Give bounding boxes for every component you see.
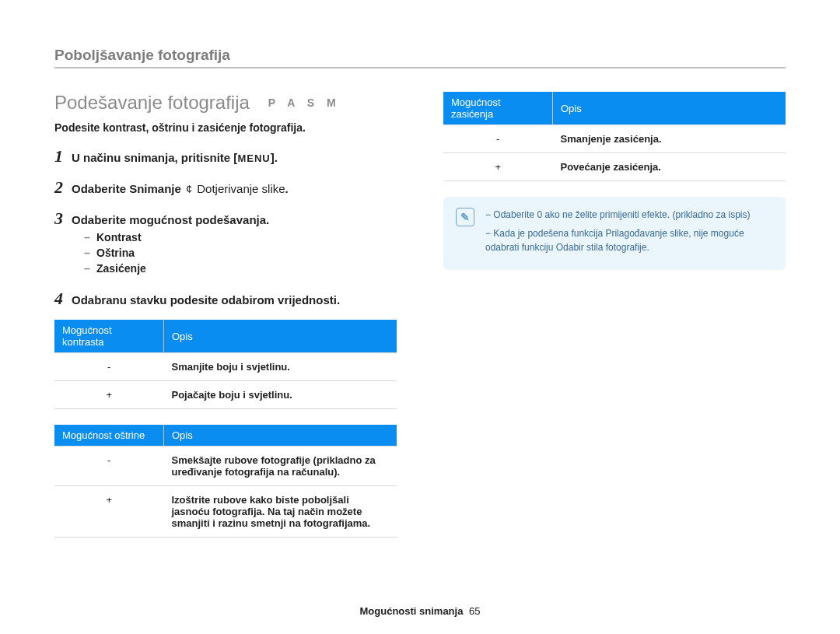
table-head: Opis bbox=[164, 425, 397, 447]
table-row: - Smekšajte rubove fotografije (prikladn… bbox=[54, 447, 397, 486]
option-sign: - bbox=[54, 353, 164, 381]
left-column: Podešavanje fotografija P A S M Podesite… bbox=[54, 92, 397, 553]
table-head: Mogućnost oštrine bbox=[54, 425, 164, 447]
option-desc: Povećanje zasićenja. bbox=[553, 153, 786, 181]
step-2: 2 Odaberite Snimanje¢Dotjerivanje slike. bbox=[54, 177, 397, 198]
info-icon: ✎ bbox=[456, 208, 474, 226]
note-item: Kada je podešena funkcija Prilagođavanje… bbox=[485, 226, 772, 254]
page-number: 65 bbox=[469, 605, 480, 617]
breadcrumb-header: Poboljšavanje fotografija bbox=[54, 47, 786, 68]
step-number: 2 bbox=[54, 177, 72, 198]
table-row: + Povećanje zasićenja. bbox=[443, 153, 786, 181]
step-3: 3 Odaberite mogućnost podešavanja. Kontr… bbox=[54, 208, 397, 278]
step-number: 4 bbox=[54, 289, 72, 309]
table-head: Mogućnost kontrasta bbox=[54, 320, 164, 353]
step-number: 3 bbox=[54, 208, 72, 229]
table-row: + Izoštrite rubove kako biste poboljšali… bbox=[54, 486, 397, 538]
step-text: . bbox=[285, 182, 289, 195]
step-1: 1 U načinu snimanja, pritisnite [MENU]. bbox=[54, 146, 397, 166]
sharpness-table: Mogućnost oštrine Opis - Smekšajte rubov… bbox=[54, 425, 397, 538]
step-text: Odaberite bbox=[72, 182, 129, 195]
option-sign: - bbox=[54, 447, 164, 486]
option-desc: Izoštrite rubove kako biste poboljšali j… bbox=[164, 486, 397, 538]
option-item: Kontrast bbox=[84, 231, 397, 243]
section-title: Podešavanje fotografija bbox=[54, 92, 250, 114]
note-box: ✎ Odaberite 0 ako ne želite primijeniti … bbox=[443, 197, 786, 270]
step-4: 4 Odabranu stavku podesite odabirom vrij… bbox=[54, 289, 397, 309]
step-text: Odaberite mogućnost podešavanja. bbox=[72, 213, 269, 226]
menu-category: Snimanje bbox=[129, 182, 181, 195]
option-item: Oštrina bbox=[84, 247, 397, 259]
step-number: 1 bbox=[54, 146, 72, 166]
menu-item: Dotjerivanje slike bbox=[197, 182, 285, 195]
right-column: Mogućnost zasićenja Opis - Smanjenje zas… bbox=[443, 92, 786, 553]
option-sign: + bbox=[54, 381, 164, 409]
table-head: Opis bbox=[553, 92, 786, 125]
page-footer: Mogućnosti snimanja 65 bbox=[0, 605, 840, 617]
footer-label: Mogućnosti snimanja bbox=[360, 605, 464, 617]
option-desc: Smekšajte rubove fotografije (prikladno … bbox=[164, 447, 397, 486]
option-item: Zasićenje bbox=[84, 262, 397, 275]
step-text: U načinu snimanja, pritisnite [ bbox=[72, 151, 237, 164]
table-row: - Smanjenje zasićenja. bbox=[443, 125, 786, 153]
option-desc: Pojačajte boju i svjetlinu. bbox=[164, 381, 397, 409]
option-desc: Smanjenje zasićenja. bbox=[553, 125, 786, 153]
note-item: Odaberite 0 ako ne želite primijeniti ef… bbox=[485, 208, 772, 222]
option-desc: Smanjite boju i svjetlinu. bbox=[164, 353, 397, 381]
option-sign: + bbox=[443, 153, 553, 181]
table-head: Opis bbox=[164, 320, 397, 353]
table-row: - Smanjite boju i svjetlinu. bbox=[54, 353, 397, 381]
option-sign: + bbox=[54, 486, 164, 538]
saturation-table: Mogućnost zasićenja Opis - Smanjenje zas… bbox=[443, 92, 786, 181]
table-head: Mogućnost zasićenja bbox=[443, 92, 553, 125]
section-subtitle: Podesite kontrast, oštrinu i zasićenje f… bbox=[54, 121, 397, 134]
menu-button-label: MENU bbox=[237, 152, 270, 164]
table-row: + Pojačajte boju i svjetlinu. bbox=[54, 381, 397, 409]
mode-indicators: P A S M bbox=[268, 96, 341, 109]
option-sign: - bbox=[443, 125, 553, 153]
step-text: Odabranu stavku podesite odabirom vrijed… bbox=[72, 293, 340, 306]
contrast-table: Mogućnost kontrasta Opis - Smanjite boju… bbox=[54, 320, 397, 409]
path-separator-icon: ¢ bbox=[186, 182, 192, 195]
step-text: ]. bbox=[271, 151, 278, 164]
